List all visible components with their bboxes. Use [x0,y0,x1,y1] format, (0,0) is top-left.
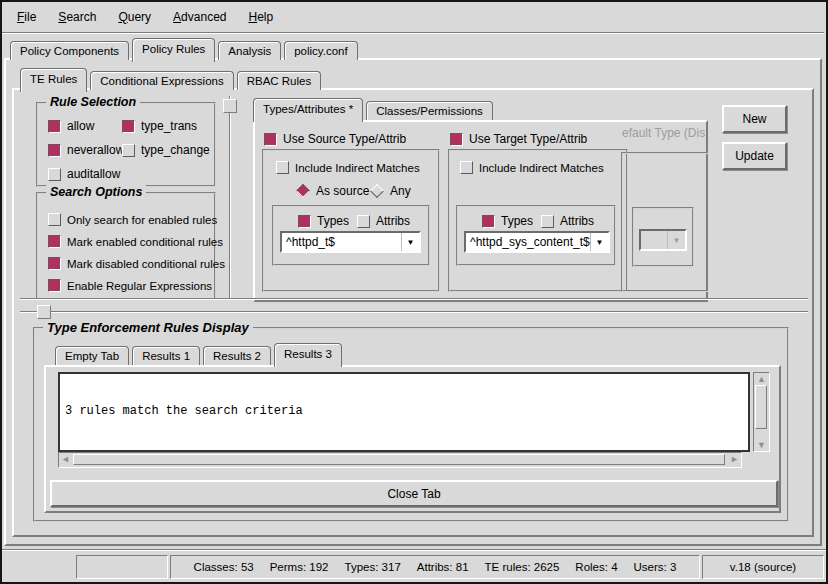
update-button[interactable]: Update [722,142,787,170]
checkbox-source-attribs[interactable]: Attribs [357,214,410,228]
radio-as-source[interactable]: As source [296,184,369,198]
checkbox-allow-indicator [48,120,61,133]
source-type-combobox[interactable]: ^httpd_t$ ▼ [280,231,421,253]
results-text[interactable]: 3 rules match the search criteria (5822)… [58,372,750,452]
scroll-up-icon[interactable]: ▲ [757,374,766,384]
target-combo-dropdown-icon[interactable]: ▼ [590,233,608,251]
default-type-combobox-value [641,231,667,249]
scroll-right-icon[interactable]: ► [730,454,739,464]
tab-conditional-expressions[interactable]: Conditional Expressions [90,71,233,90]
checkbox-type-trans-label: type_trans [141,119,197,133]
checkbox-source-types[interactable]: Types [298,214,349,228]
menu-help-label: elp [257,10,273,24]
menu-file[interactable]: File [6,6,47,28]
radio-as-source-indicator [296,184,310,198]
checkbox-auditallow-indicator [48,168,61,181]
default-type-combobox: ▼ [639,229,687,251]
checkbox-type-trans-indicator [122,120,135,133]
tab-empty-tab[interactable]: Empty Tab [55,346,129,365]
tab-results-2[interactable]: Results 2 [203,346,271,365]
checkbox-type-change-label: type_change [141,143,210,157]
scroll-left-icon[interactable]: ◄ [61,454,70,464]
tab-policy-conf[interactable]: policy.conf [284,41,357,60]
menu-query-label: uery [128,10,151,24]
radio-any[interactable]: Any [370,184,411,198]
menu-search[interactable]: Search [47,6,107,28]
checkbox-neverallow-label: neverallow [67,143,124,157]
stat-classes: Classes: 53 [194,561,254,573]
search-options-title: Search Options [46,185,146,199]
menu-file-label: ile [24,10,36,24]
checkbox-use-target[interactable]: Use Target Type/Attrib [450,132,587,146]
checkbox-allow[interactable]: allow [48,119,94,133]
checkbox-mark-disabled-label: Mark disabled conditional rules [67,258,225,270]
default-type-label: efault Type (Disa [622,126,705,140]
checkbox-mark-disabled[interactable]: Mark disabled conditional rules [48,257,225,270]
apol-window: File Search Query Advanced Help Policy C… [0,0,828,584]
tab-types-attributes[interactable]: Types/Attributes * [253,98,363,122]
checkbox-mark-disabled-indicator [48,257,61,270]
close-tab-button[interactable]: Close Tab [50,480,778,507]
menu-advanced[interactable]: Advanced [162,6,237,28]
menu-search-label: earch [66,10,96,24]
scroll-down-icon[interactable]: ▼ [757,440,766,450]
source-type-combobox-value: ^httpd_t$ [282,233,401,251]
checkbox-type-trans[interactable]: type_trans [122,119,197,133]
version-label: v.18 (source) [730,561,796,573]
menu-help[interactable]: Help [237,6,284,28]
menu-separator [2,32,824,34]
checkbox-source-indirect[interactable]: Include Indirect Matches [276,161,420,174]
horizontal-sash-handle[interactable] [37,305,51,319]
menu-query[interactable]: Query [107,6,162,28]
default-type-dropdown-icon: ▼ [667,231,685,249]
source-combo-dropdown-icon[interactable]: ▼ [401,233,419,251]
tab-classes-permissions[interactable]: Classes/Permissions [366,101,493,120]
checkbox-type-change-indicator [122,144,135,157]
target-types-label: Types [501,214,533,228]
checkbox-target-attribs[interactable]: Attribs [541,214,594,228]
tab-policy-components[interactable]: Policy Components [10,41,129,60]
use-source-label: Use Source Type/Attrib [283,132,406,146]
checkbox-allow-label: allow [67,119,94,133]
tab-results-1[interactable]: Results 1 [132,346,200,365]
checkbox-target-indirect[interactable]: Include Indirect Matches [460,161,604,174]
vscrollbar-thumb[interactable] [755,385,767,429]
target-type-combobox-value: ^httpd_sys_content_t$ [466,233,590,251]
statusbar-version: v.18 (source) [702,555,824,579]
checkbox-neverallow[interactable]: neverallow [48,143,124,157]
stat-te-rules: TE rules: 2625 [485,561,560,573]
statusbar-stats: Classes: 53 Perms: 192 Types: 317 Attrib… [170,555,700,579]
menu-help-mnemonic: H [248,10,257,24]
checkbox-mark-enabled[interactable]: Mark enabled conditional rules [48,235,223,248]
target-attribs-label: Attribs [560,214,594,228]
new-button[interactable]: New [722,105,787,133]
results-vscrollbar[interactable]: ▲ ▼ [753,372,770,452]
hscrollbar-thumb[interactable] [73,454,725,465]
checkbox-only-enabled-label: Only search for enabled rules [67,214,217,226]
tab-rbac-rules[interactable]: RBAC Rules [237,71,322,90]
radio-any-indicator [370,184,384,198]
vertical-sash-handle[interactable] [223,99,237,113]
stat-users: Users: 3 [634,561,677,573]
checkbox-auditallow-label: auditallow [67,167,120,181]
checkbox-auditallow[interactable]: auditallow [48,167,120,181]
checkbox-only-enabled-indicator [48,213,61,226]
tab-analysis[interactable]: Analysis [218,41,281,60]
target-type-combobox[interactable]: ^httpd_sys_content_t$ ▼ [464,231,610,253]
tab-te-rules[interactable]: TE Rules [20,68,87,92]
source-types-label: Types [317,214,349,228]
vertical-sash-line [229,96,231,300]
checkbox-type-change[interactable]: type_change [122,143,210,157]
checkbox-only-enabled[interactable]: Only search for enabled rules [48,213,217,226]
rules-tab-bar: TE Rules Conditional Expressions RBAC Ru… [20,66,324,90]
tab-policy-rules[interactable]: Policy Rules [132,38,215,62]
checkbox-mark-enabled-indicator [48,235,61,248]
menu-advanced-label: dvanced [181,10,226,24]
results-hscrollbar[interactable]: ◄ ► [58,452,742,468]
checkbox-regex[interactable]: Enable Regular Expressions [48,279,212,292]
checkbox-target-types[interactable]: Types [482,214,533,228]
tab-results-3[interactable]: Results 3 [274,343,342,367]
horizontal-sash-line [20,311,808,313]
checkbox-use-source[interactable]: Use Source Type/Attrib [264,132,406,146]
main-tab-bar: Policy Components Policy Rules Analysis … [10,36,361,60]
